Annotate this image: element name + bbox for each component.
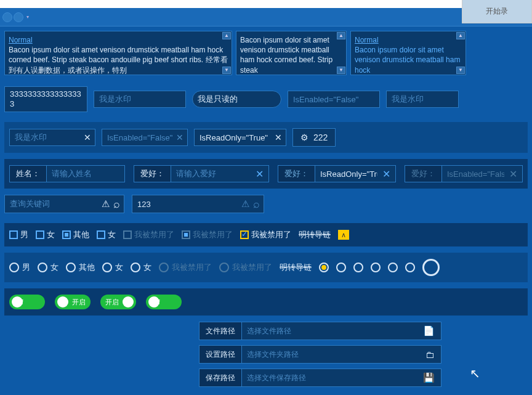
check-other[interactable]: 其他 (62, 229, 89, 240)
switch-2[interactable]: 开启 (55, 295, 91, 309)
nav-back-button[interactable] (2, 12, 12, 22)
file-path-label: 文件路径 (200, 322, 242, 340)
panel-3-body: Bacon ipsum dolor sit amet venison drums… (355, 45, 462, 75)
scroll-up-icon[interactable]: ▲ (456, 32, 465, 39)
hobby-field-2: 爱好： IsReadOnly="Tru ✕ (278, 165, 396, 182)
radio-male[interactable]: 男 (9, 262, 30, 273)
hobby-label: 爱好： (405, 166, 442, 182)
scroll-up-icon[interactable]: ▲ (222, 32, 231, 39)
scroll-up-icon[interactable]: ▲ (337, 32, 345, 39)
panel-2: Bacon ipsum dolor sit amet venison drums… (236, 31, 347, 75)
check-disabled-1: 我被禁用了 (123, 229, 174, 240)
start-record-button[interactable]: 开始录 (462, 0, 532, 23)
radio-opt[interactable] (371, 263, 381, 272)
radio-female[interactable]: 女 (38, 262, 58, 273)
save-path-label: 保存路径 (200, 369, 242, 386)
hobby-label: 爱好： (134, 166, 171, 182)
check-female-2[interactable]: 女 (97, 229, 116, 240)
input-readonly: 我是只读的 (192, 91, 281, 108)
nav-dropdown[interactable]: ▾ (25, 12, 31, 22)
settings-button[interactable]: ⚙222 (292, 128, 336, 147)
radio-disabled-2: 我被禁用了 (219, 262, 272, 273)
strike-text: 明转导链 (299, 229, 331, 240)
panel-1: Normal Bacon ipsum dolor sit amet veniso… (4, 31, 232, 75)
scroll-down-icon[interactable]: ▼ (222, 67, 231, 74)
panel-1-body: Bacon ipsum dolor sit amet venison drums… (9, 45, 228, 75)
radio-disabled-1: 我被禁用了 (159, 262, 212, 273)
clear-icon: ✕ (504, 168, 522, 180)
panel-3-title[interactable]: Normal (355, 35, 462, 45)
clear-icon: ✕ (176, 132, 183, 142)
radio-other[interactable]: 其他 (66, 262, 95, 273)
hobby-field-1[interactable]: 爱好： 请输入爱好 ✕ (134, 165, 269, 182)
nav-fwd-button[interactable] (14, 12, 23, 22)
switch-4[interactable]: Off (146, 295, 182, 309)
folder-path-label: 设置路径 (200, 346, 242, 363)
clear-icon[interactable]: ✕ (251, 168, 268, 180)
save-path-field[interactable]: 保存路径 选择文件保存路径 💾 (199, 369, 441, 387)
panel-3: Normal Bacon ipsum dolor sit amet veniso… (350, 31, 466, 75)
warning-icon: ⚠ (102, 198, 110, 210)
input-numeric[interactable]: 33333333333333333 (4, 86, 87, 112)
check-disabled-2: 我被禁用了 (182, 229, 233, 240)
input-readonly-2: IsReadOnly="True"✕ (194, 129, 286, 146)
radio-big[interactable] (422, 259, 440, 276)
name-field[interactable]: 姓名： 请输入姓名 (9, 165, 125, 182)
search-icon[interactable]: ⌕ (113, 198, 120, 211)
hobby-label: 爱好： (278, 166, 315, 182)
file-open-icon[interactable]: 📄 (417, 325, 441, 336)
input-watermark-3[interactable]: 我是水印✕ (9, 129, 95, 146)
radio-selected[interactable] (319, 263, 329, 272)
search-123[interactable]: 123 ⚠ ⌕ (132, 195, 264, 213)
search-keyword[interactable]: 查询关键词 ⚠ ⌕ (4, 195, 124, 213)
panel-2-body: Bacon ipsum dolor sit amet venison drums… (240, 35, 342, 75)
radio-female-3[interactable]: 女 (131, 262, 151, 273)
gear-icon: ⚙ (300, 132, 308, 142)
scroll-down-icon[interactable]: ▼ (337, 67, 345, 74)
clear-icon[interactable]: ✕ (377, 168, 395, 180)
hobby-disabled: IsEnabled="False (442, 169, 504, 179)
hobby-field-3: 爱好： IsEnabled="False ✕ (405, 165, 523, 182)
clear-icon[interactable]: ✕ (275, 132, 282, 142)
chevron-up-icon[interactable]: ∧ (338, 230, 349, 240)
radio-opt[interactable] (353, 263, 363, 272)
radio-opt[interactable] (405, 263, 415, 272)
switch-3[interactable]: 开启 (100, 295, 136, 309)
radio-opt[interactable] (388, 263, 398, 272)
check-disabled-3[interactable]: 我被禁用了 (240, 229, 291, 240)
input-disabled-2: IsEnabled="False"✕ (102, 129, 188, 146)
input-watermark-1[interactable]: 我是水印 (94, 91, 186, 108)
hobby-readonly: IsReadOnly="Tru (315, 169, 377, 179)
hobby-input[interactable]: 请输入爱好 (171, 168, 251, 179)
folder-path-input[interactable]: 选择文件夹路径 (242, 349, 419, 360)
input-disabled-1: IsEnabled="False" (288, 91, 380, 108)
folder-icon[interactable]: 🗀 (419, 349, 441, 360)
search-icon[interactable]: ⌕ (253, 198, 260, 211)
input-watermark-2[interactable]: 我是水印 (386, 91, 459, 108)
folder-path-field[interactable]: 设置路径 选择文件夹路径 🗀 (199, 345, 441, 364)
panel-1-title[interactable]: Normal (9, 35, 228, 45)
name-label: 姓名： (10, 166, 47, 182)
radio-opt[interactable] (336, 263, 346, 272)
scroll-down-icon[interactable]: ▼ (456, 67, 465, 74)
name-input[interactable]: 请输入姓名 (47, 168, 124, 179)
file-path-field[interactable]: 文件路径 选择文件路径 📄 (199, 322, 441, 340)
warning-icon: ⚠ (241, 198, 249, 210)
radio-female-2[interactable]: 女 (102, 262, 123, 273)
save-path-input[interactable]: 选择文件保存路径 (242, 373, 417, 383)
save-icon[interactable]: 💾 (417, 372, 441, 383)
clear-icon[interactable]: ✕ (84, 132, 91, 142)
file-path-input[interactable]: 选择文件路径 (242, 326, 417, 336)
switch-1[interactable]: Off (9, 295, 45, 309)
titlebar (0, 0, 532, 8)
check-female[interactable]: 女 (36, 229, 55, 240)
check-male[interactable]: 男 (9, 229, 28, 240)
nav-bar: ▾ (0, 8, 532, 26)
strike-text-2: 明转导链 (280, 262, 312, 273)
